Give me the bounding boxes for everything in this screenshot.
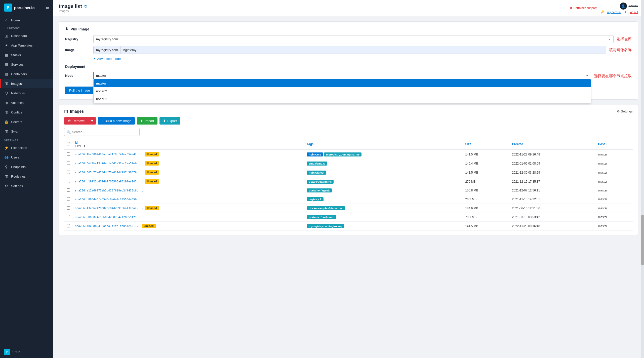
admin-label: admin — [628, 4, 638, 8]
pull-image-header: ⬇ Pull image — [65, 27, 632, 31]
sidebar-item-endpoints[interactable]: ⚲ Endpoints — [0, 162, 53, 172]
row-host: master — [595, 177, 633, 186]
row-created: 2022-11-23 09:16:48 — [509, 222, 595, 231]
endpoints-icon: ⚲ — [4, 165, 9, 169]
row-created: 2022-11-23 09:16:48 — [509, 150, 595, 159]
th-host[interactable]: Host ↕ — [595, 139, 633, 150]
table-row: sha256:4bc6882d90afba f1fb fc854e42.... … — [64, 222, 633, 231]
th-size[interactable]: Size — [463, 139, 509, 150]
registry-select[interactable]: myregistry.com — [93, 35, 614, 43]
row-checkbox-2[interactable] — [67, 171, 70, 174]
sidebar-item-stacks[interactable]: ▦ Stacks — [0, 50, 53, 60]
sidebar-item-volumes[interactable]: ◎ Volumes — [0, 98, 53, 107]
sidebar-item-containers[interactable]: ▤ Containers — [0, 69, 53, 79]
import-icon: ⬆ — [140, 119, 143, 123]
row-checkbox-7[interactable] — [67, 215, 70, 218]
sidebar-item-label: Containers — [11, 72, 27, 76]
row-checkbox-1[interactable] — [67, 162, 70, 165]
sidebar-nav: ⌂ Home PRIMARY ◫ Dashboard ✈ App Templat… — [0, 15, 53, 346]
row-id: sha256:0ef9bc19d70ec1e5d1a32ac2aa57eb...… — [72, 159, 304, 168]
sidebar-item-secrets[interactable]: 🔒 Secrets — [0, 117, 53, 127]
th-tags[interactable]: Tags — [304, 139, 463, 150]
build-new-image-button[interactable]: + Build a new image — [98, 117, 135, 125]
sidebar-item-users[interactable]: 👥 Users — [0, 152, 53, 162]
header-account-links: 🔑 my account ⊕ log out — [601, 10, 638, 14]
registry-row: Registry myregistry.com 选择仓库 — [65, 35, 632, 43]
row-size: 146.4 MB — [463, 159, 509, 168]
row-tags: emqx/emqx: — [304, 159, 463, 168]
sidebar-item-networks[interactable]: ⬡ Networks — [0, 88, 53, 98]
row-created: 2021-03-19 03:53:42 — [509, 213, 595, 222]
images-section-header: ◫ Images ⚙ Settings — [64, 109, 633, 114]
tag-badge-0: portainer/agent: — [307, 188, 332, 192]
import-button[interactable]: ⬆ Import — [137, 117, 157, 125]
unused-badge: Unused — [142, 224, 156, 228]
node-select[interactable]: master node02 node01 — [93, 72, 591, 79]
images-settings-button[interactable]: ⚙ Settings — [617, 109, 633, 113]
select-all-checkbox[interactable] — [67, 142, 70, 145]
dropdown-option-master[interactable]: master — [94, 79, 591, 87]
scrollbar[interactable] — [641, 0, 644, 358]
unused-badge: Unused — [145, 161, 159, 166]
advanced-mode-link[interactable]: ✦ Advanced mode — [93, 57, 632, 61]
sidebar-item-settings[interactable]: ⚙ Settings — [0, 181, 53, 191]
export-button[interactable]: ⬇ Export — [159, 117, 180, 125]
row-tags: nginx:latest — [304, 168, 463, 177]
sidebar-item-images[interactable]: ◫ Images — [0, 79, 53, 88]
th-created[interactable]: Created — [509, 139, 595, 150]
remove-button-group: 🗑 Remove ▼ — [64, 117, 96, 125]
row-checkbox-5[interactable] — [67, 197, 70, 201]
search-input[interactable] — [64, 128, 140, 136]
row-checkbox-6[interactable] — [67, 206, 70, 210]
image-row: Image myregistry.com 填写镜像名称 — [65, 46, 632, 54]
sidebar-footer: P 1.24.2 — [0, 346, 53, 358]
row-tags: portainer/portainer: — [304, 213, 463, 222]
footer-portainer-icon: P — [4, 349, 10, 355]
row-created: 2021-12-07 12:56:11 — [509, 186, 595, 195]
page-header: Image list ↻ Images ✖ Portainer support … — [53, 0, 644, 16]
portainer-logo-text: portainer.io — [14, 6, 35, 10]
sidebar-item-label: Endpoints — [11, 165, 26, 169]
log-out-link[interactable]: log out — [630, 11, 638, 14]
tag-badge-0: dpage/pgadmin4: — [307, 180, 334, 184]
sidebar-item-app-templates[interactable]: ✈ App Templates — [0, 41, 53, 50]
table-row: sha256:43ce62428b8cbc84d28913ba13daae...… — [64, 204, 633, 213]
row-checkbox-3[interactable] — [67, 180, 70, 183]
tag-badge-1: myregistry.com/nginx:my — [324, 152, 361, 156]
th-checkbox — [64, 139, 72, 150]
sidebar-item-label: Home — [11, 18, 20, 22]
row-checkbox-0[interactable] — [67, 152, 70, 156]
nav-toggle-icon[interactable]: ⇄ — [46, 5, 49, 10]
pull-icon: ⬇ — [65, 27, 68, 31]
sidebar-item-dashboard[interactable]: ◫ Dashboard — [0, 31, 53, 41]
sidebar: P portainer.io ⇄ ⌂ Home PRIMARY ◫ Dashbo… — [0, 0, 53, 358]
table-row: sha256:b8604a3fe8543c9e6afc29550de05b...… — [64, 195, 633, 204]
portainer-support-link[interactable]: ✖ Portainer support — [570, 6, 597, 10]
image-name-input[interactable] — [121, 46, 606, 54]
remove-button[interactable]: 🗑 Remove — [64, 117, 88, 125]
app-templates-icon: ✈ — [4, 43, 9, 47]
my-account-link[interactable]: my account — [607, 11, 621, 14]
th-id[interactable]: Id Filter ▼ — [72, 139, 304, 150]
row-checkbox-4[interactable] — [67, 188, 70, 192]
scrollbar-thumb[interactable] — [641, 215, 644, 265]
pull-image-button[interactable]: Pull the image — [65, 87, 94, 94]
tag-badge-0: registry:2 — [307, 197, 323, 201]
refresh-icon[interactable]: ↻ — [84, 4, 87, 9]
remove-dropdown-button[interactable]: ▼ — [88, 117, 96, 125]
sidebar-item-home[interactable]: ⌂ Home — [0, 15, 53, 25]
sidebar-item-configs[interactable]: ◫ Configs — [0, 107, 53, 117]
sidebar-item-services[interactable]: ▤ Services — [0, 60, 53, 69]
sidebar-item-label: Secrets — [11, 120, 22, 124]
filter-icon: ▼ — [83, 144, 86, 147]
dropdown-option-node01[interactable]: node01 — [94, 95, 591, 103]
sidebar-item-swarm[interactable]: ◫ Swarm — [0, 127, 53, 136]
dropdown-option-node02[interactable]: node02 — [94, 87, 591, 95]
images-table: Id Filter ▼ Tags — [64, 139, 633, 231]
table-row: sha256:e11e66973eb2b428f618ec2ff438c6...… — [64, 186, 633, 195]
row-checkbox-8[interactable] — [67, 224, 70, 227]
sidebar-item-extensions[interactable]: ⚡ Extensions — [0, 143, 53, 152]
sidebar-item-label: Dashboard — [11, 34, 27, 38]
sidebar-item-registries[interactable]: ◫ Registries — [0, 172, 53, 181]
row-tags: dpage/pgadmin4: — [304, 177, 463, 186]
